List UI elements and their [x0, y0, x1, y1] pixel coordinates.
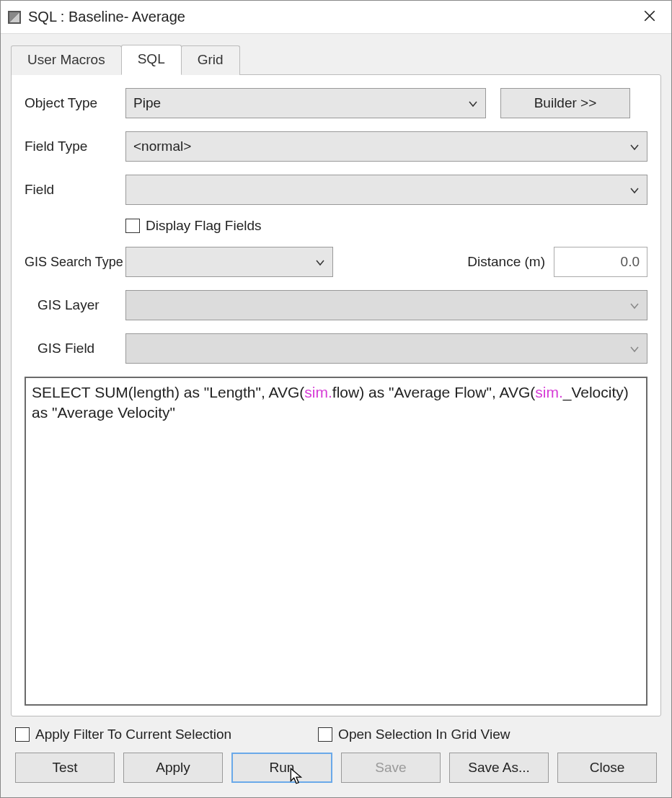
chevron-down-icon [629, 182, 640, 198]
checkbox-display-flag-fields[interactable]: Display Flag Fields [125, 218, 262, 234]
row-gis-layer: GIS Layer [25, 290, 647, 320]
dropdown-value: <normal> [133, 139, 624, 154]
dropdown-value: Pipe [133, 95, 462, 111]
checkbox-label: Open Selection In Grid View [338, 727, 510, 742]
input-distance[interactable] [554, 247, 647, 277]
chevron-down-icon [468, 95, 478, 111]
checkbox-box-icon [318, 727, 332, 742]
label-field: Field [25, 182, 125, 198]
tab-sql[interactable]: SQL [121, 45, 182, 75]
tab-label: User Macros [27, 52, 105, 67]
dialog-button-row: Test Apply Run Save Save As... Close [11, 753, 661, 790]
checkbox-box-icon [15, 727, 30, 742]
save-button[interactable]: Save [341, 753, 441, 783]
lower-checkbox-row: Apply Filter To Current Selection Open S… [11, 716, 661, 753]
dropdown-field[interactable] [125, 175, 647, 205]
tab-label: SQL [138, 51, 165, 66]
tab-grid[interactable]: Grid [181, 45, 240, 75]
tab-strip: User Macros SQL Grid [11, 44, 661, 74]
chevron-down-icon [629, 297, 640, 313]
builder-button[interactable]: Builder >> [500, 88, 630, 118]
dropdown-gis-search-type[interactable] [125, 247, 333, 277]
titlebar: SQL : Baseline- Average [1, 1, 671, 34]
save-as-button[interactable]: Save As... [449, 753, 549, 783]
tab-label: Grid [198, 52, 224, 67]
checkbox-box-icon [125, 219, 140, 233]
chevron-down-icon [629, 139, 640, 154]
test-button[interactable]: Test [15, 753, 115, 783]
row-gis-search-type: GIS Search Type Distance (m) [25, 247, 647, 277]
row-field-type: Field Type <normal> [25, 131, 647, 162]
label-gis-layer: GIS Layer [25, 297, 125, 313]
row-field: Field [25, 175, 647, 205]
label-field-type: Field Type [25, 139, 125, 154]
close-button[interactable]: Close [557, 753, 657, 783]
label-object-type: Object Type [25, 95, 125, 111]
button-label: Run [270, 760, 295, 776]
button-label: Save [375, 760, 406, 776]
checkbox-open-selection-grid[interactable]: Open Selection In Grid View [318, 727, 510, 742]
row-display-flag: Display Flag Fields [25, 218, 647, 234]
checkbox-apply-filter[interactable]: Apply Filter To Current Selection [15, 727, 231, 742]
apply-button[interactable]: Apply [123, 753, 223, 783]
sql-text: SELECT SUM(length) as "Length", AVG( [32, 384, 304, 400]
tab-panel-sql: Object Type Pipe Builder >> Field Type <… [11, 74, 661, 716]
row-gis-field: GIS Field [25, 333, 647, 364]
sql-keyword-sim: sim. [535, 384, 563, 400]
dropdown-gis-layer[interactable] [125, 290, 647, 320]
close-icon [643, 9, 656, 22]
sql-text-editor[interactable]: SELECT SUM(length) as "Length", AVG(sim.… [25, 377, 647, 706]
label-gis-field: GIS Field [25, 341, 125, 356]
window-close-button[interactable] [635, 8, 664, 27]
app-icon [8, 11, 21, 24]
sql-keyword-sim: sim. [304, 384, 332, 400]
sql-text: flow) as "Average Flow", AVG( [332, 384, 535, 400]
client-area: User Macros SQL Grid Object Type Pipe Bu… [1, 34, 671, 797]
button-label: Save As... [468, 760, 530, 776]
label-distance: Distance (m) [467, 254, 545, 270]
dropdown-gis-field[interactable] [125, 333, 647, 364]
checkbox-label: Display Flag Fields [146, 218, 262, 234]
chevron-down-icon [315, 254, 325, 270]
row-object-type: Object Type Pipe Builder >> [25, 88, 647, 118]
checkbox-label: Apply Filter To Current Selection [35, 727, 231, 742]
window-title: SQL : Baseline- Average [28, 9, 635, 25]
sql-dialog-window: SQL : Baseline- Average User Macros SQL … [0, 0, 672, 798]
button-label: Test [53, 760, 78, 776]
dropdown-field-type[interactable]: <normal> [125, 131, 647, 162]
tab-user-macros[interactable]: User Macros [11, 45, 122, 75]
run-button[interactable]: Run [231, 753, 332, 783]
button-label: Builder >> [534, 95, 597, 111]
button-label: Close [590, 760, 625, 776]
chevron-down-icon [629, 341, 640, 356]
button-label: Apply [156, 760, 190, 776]
dropdown-object-type[interactable]: Pipe [125, 88, 486, 118]
label-gis-search-type: GIS Search Type [25, 255, 125, 270]
